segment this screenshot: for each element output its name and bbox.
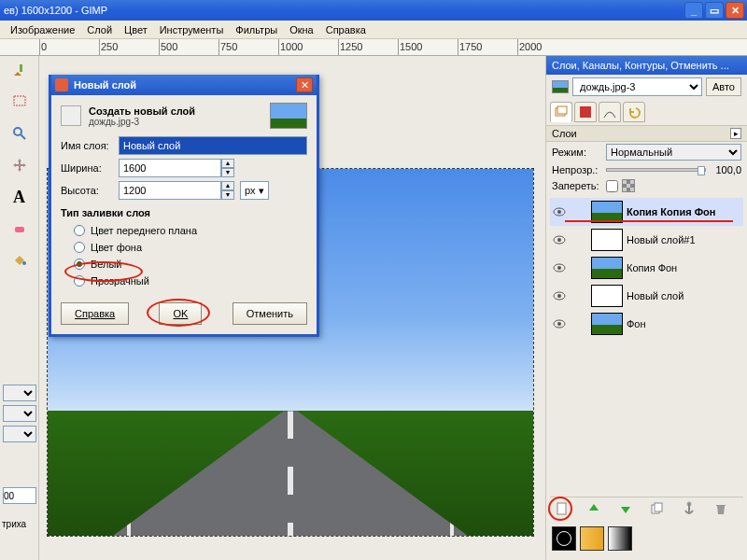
dialog-close-button[interactable]: ✕ (296, 77, 313, 92)
lock-pixels-checkbox[interactable] (606, 180, 618, 192)
svg-point-18 (557, 322, 561, 326)
text-icon[interactable]: A (9, 187, 30, 207)
bucket-icon[interactable] (9, 250, 30, 271)
delete-layer-button[interactable] (712, 500, 729, 517)
visibility-eye-icon[interactable] (552, 316, 567, 331)
unit-select[interactable]: px▾ (240, 181, 269, 200)
visibility-eye-icon[interactable] (552, 204, 567, 219)
raise-layer-button[interactable] (585, 500, 602, 517)
layer-item[interactable]: Новый слой#1 (550, 226, 743, 254)
tab-undo[interactable] (623, 102, 645, 122)
tool-option-a[interactable] (3, 385, 36, 401)
toolbox-footer-label: триха (2, 519, 26, 529)
width-input[interactable] (119, 159, 221, 177)
layer-toolbar (550, 497, 743, 519)
layer-item[interactable]: Фон (550, 310, 743, 338)
color-swatches (552, 526, 632, 551)
menu-layer[interactable]: Слой (82, 22, 117, 37)
svg-point-2 (14, 128, 21, 135)
svg-rect-21 (655, 503, 662, 511)
swatch-pattern[interactable] (580, 526, 604, 551)
tool-spin[interactable] (3, 487, 36, 504)
tab-channels[interactable] (574, 102, 597, 122)
dialog-help-button[interactable]: Справка (61, 302, 129, 325)
rect-select-icon[interactable] (9, 91, 30, 112)
dialog-title: Новый слой (74, 79, 296, 91)
lower-layer-button[interactable] (617, 500, 634, 517)
annotation-circle-newlayer (548, 497, 572, 521)
opacity-label: Непрозр.: (552, 164, 602, 175)
layers-expand-button[interactable]: ▸ (730, 128, 741, 139)
layer-thumbnail (591, 285, 623, 307)
anchor-layer-button[interactable] (681, 500, 698, 517)
swatch-fg[interactable] (552, 526, 576, 551)
eraser-icon[interactable] (9, 218, 30, 239)
layer-name-label: Новый слой#1 (627, 234, 741, 245)
layer-item[interactable]: Новый слой (550, 282, 743, 310)
paintbrush-icon[interactable] (9, 60, 30, 80)
visibility-eye-icon[interactable] (552, 232, 567, 247)
gimp-mascot-icon (55, 78, 68, 91)
opacity-slider[interactable] (606, 168, 706, 172)
visibility-eye-icon[interactable] (552, 288, 567, 303)
layers-panel-title: Слои, Каналы, Контуры, Отменить ... (546, 56, 747, 75)
tool-option-b[interactable] (3, 405, 36, 422)
menu-color[interactable]: Цвет (120, 22, 152, 37)
image-select[interactable]: дождь.jpg-3 (572, 77, 702, 96)
auto-button[interactable]: Авто (706, 77, 741, 96)
layer-thumbnail (591, 257, 623, 279)
height-down[interactable]: ▼ (221, 190, 234, 200)
width-up[interactable]: ▲ (221, 159, 234, 168)
fill-fg-radio[interactable]: Цвет переднего плана (61, 222, 307, 239)
close-button[interactable]: ✕ (726, 2, 744, 19)
svg-line-3 (21, 134, 25, 139)
layers-thumbnail-icon (552, 80, 569, 93)
fill-section-label: Тип заливки слоя (61, 207, 307, 218)
menu-tools[interactable]: Инструменты (155, 22, 229, 37)
svg-point-10 (557, 210, 561, 214)
toolbox-options (0, 383, 39, 506)
lock-alpha-icon[interactable] (622, 179, 635, 192)
menu-help[interactable]: Справка (321, 22, 371, 37)
opacity-value: 100,0 (710, 164, 741, 175)
layer-thumbnail (591, 229, 623, 251)
maximize-button[interactable]: ▭ (705, 2, 724, 19)
layers-list: Копия Копия ФонНовый слой#1Копия ФонНовы… (546, 194, 747, 338)
mode-select[interactable]: Нормальный (606, 144, 741, 161)
chevron-down-icon: ▾ (259, 185, 264, 197)
minimize-button[interactable]: _ (684, 2, 703, 19)
dialog-titlebar[interactable]: Новый слой ✕ (51, 75, 317, 95)
svg-point-16 (557, 294, 561, 298)
dialog-header: Создать новый слой (89, 105, 195, 117)
svg-rect-7 (557, 106, 567, 114)
width-down[interactable]: ▼ (221, 168, 234, 177)
visibility-eye-icon[interactable] (552, 260, 567, 275)
menu-filters[interactable]: Фильтры (231, 22, 282, 37)
svg-point-14 (557, 266, 561, 270)
window-title: ев) 1600x1200 - GIMP (4, 5, 683, 16)
move-icon[interactable] (9, 155, 30, 175)
duplicate-layer-button[interactable] (649, 500, 666, 517)
menu-windows[interactable]: Окна (285, 22, 318, 37)
tool-option-c[interactable] (3, 426, 36, 442)
layer-name-label: Имя слоя: (61, 140, 113, 151)
layer-name-label: Фон (627, 318, 741, 329)
height-label: Высота: (61, 185, 113, 196)
layer-name-label: Новый слой (627, 290, 741, 301)
svg-rect-8 (580, 106, 591, 118)
zoom-icon[interactable] (9, 123, 30, 144)
tab-layers[interactable] (550, 102, 572, 122)
layer-item[interactable]: Копия Фон (550, 254, 743, 282)
fill-bg-radio[interactable]: Цвет фона (61, 239, 307, 256)
dialog-cancel-button[interactable]: Отменить (233, 302, 307, 325)
menu-image[interactable]: Изображение (6, 22, 79, 37)
lock-label: Запереть: (552, 180, 602, 191)
layer-name-input[interactable] (119, 136, 307, 155)
layer-thumbnail (591, 313, 623, 335)
mode-label: Режим: (552, 147, 602, 158)
tab-paths[interactable] (599, 102, 621, 122)
horizontal-ruler: 025050075010001250150017502000 (0, 39, 747, 56)
height-up[interactable]: ▲ (221, 181, 234, 190)
height-input[interactable] (119, 181, 221, 200)
swatch-gradient[interactable] (608, 526, 632, 551)
